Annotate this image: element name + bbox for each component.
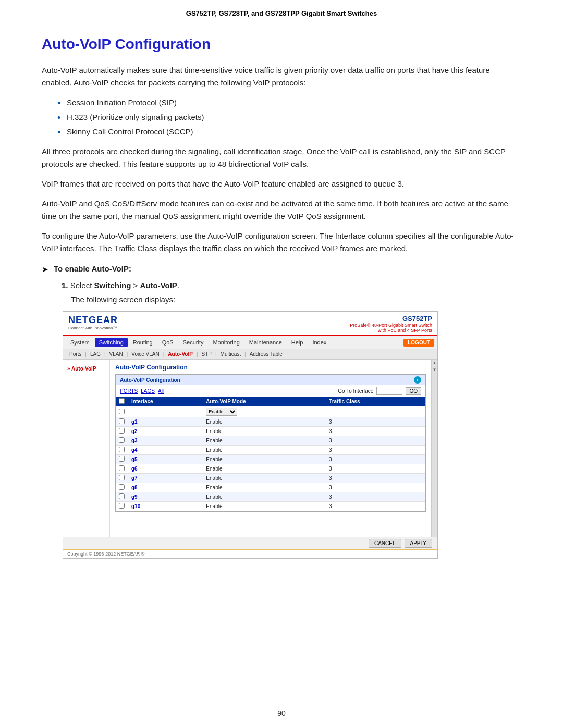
cell-interface: g6 xyxy=(128,464,203,474)
ng-product-desc-1: ProSafe® 48-Port Gigabit Smart Switch xyxy=(350,323,432,328)
cell-interface: g9 xyxy=(128,492,203,502)
table-row: g7 Enable 3 xyxy=(116,474,425,483)
paragraph-1: Auto-VoIP automatically makes sure that … xyxy=(42,64,521,89)
table-row: g2 Enable 3 xyxy=(116,427,425,436)
cell-traffic-class: 3 xyxy=(326,492,425,502)
cell-traffic-class: 3 xyxy=(326,455,425,464)
nav-monitoring[interactable]: Monitoring xyxy=(209,338,243,347)
content-area: Auto-VoIP Configuration Auto-VoIP automa… xyxy=(0,20,563,693)
row-checkbox-3[interactable] xyxy=(119,447,125,452)
cell-interface: g1 xyxy=(128,417,203,427)
logout-button[interactable]: LOGOUT xyxy=(403,339,434,347)
th-traffic-class: Traffic Class xyxy=(326,397,425,406)
paragraph-3: VoIP frames that are received on ports t… xyxy=(42,178,521,190)
ng-product-desc-2: with PoE and 4 SFP Ports xyxy=(350,328,432,333)
cell-traffic-class: 3 xyxy=(326,502,425,511)
cancel-button[interactable]: CANCEL xyxy=(369,539,401,548)
cell-traffic-class: 3 xyxy=(326,436,425,446)
logo-net: NETGEAR xyxy=(68,315,118,325)
apply-button[interactable]: APPLY xyxy=(405,539,433,548)
arrow-symbol: ➤ xyxy=(42,265,48,274)
subnav-stp[interactable]: STP xyxy=(199,350,215,358)
nav-system[interactable]: System xyxy=(66,338,94,347)
all-link[interactable]: All xyxy=(158,388,164,394)
bottom-separator xyxy=(31,704,532,704)
row-checkbox-2[interactable] xyxy=(119,437,125,443)
sidebar-auto-voip[interactable]: » Auto-VoIP xyxy=(63,364,109,374)
arrow-label: To enable Auto-VoIP: xyxy=(54,264,131,273)
nav-help[interactable]: Help xyxy=(287,338,308,347)
go-interface-label: Go To Interface xyxy=(338,388,373,394)
subnav-address-table[interactable]: Address Table xyxy=(247,350,286,358)
ports-link[interactable]: PORTS xyxy=(120,388,138,394)
step-1: 1. Select Switching > Auto-VoIP. xyxy=(62,279,521,292)
row-checkbox-1[interactable] xyxy=(119,428,125,434)
ng-config-header: Auto-VoIP Configuration i xyxy=(116,375,425,385)
table-row: g4 Enable 3 xyxy=(116,446,425,455)
table-row: g8 Enable 3 xyxy=(116,483,425,492)
row-checkbox-7[interactable] xyxy=(119,484,125,490)
nav-qos[interactable]: QoS xyxy=(158,338,178,347)
cell-interface: g8 xyxy=(128,483,203,492)
subnav-voice-vlan[interactable]: Voice VLAN xyxy=(128,350,162,358)
nav-maintenance[interactable]: Maintenance xyxy=(245,338,286,347)
cell-interface: g10 xyxy=(128,502,203,511)
cell-mode: Enable xyxy=(203,455,326,464)
cell-interface: g4 xyxy=(128,446,203,455)
row-checkbox-8[interactable] xyxy=(119,493,125,499)
step-period: . xyxy=(177,281,179,290)
bullet-item-3: Skinny Call Control Protocol (SCCP) xyxy=(57,126,521,138)
step-link1: Switching xyxy=(94,281,131,290)
step-number: 1. xyxy=(62,281,68,290)
subnav-multicast[interactable]: Multicast xyxy=(217,350,244,358)
row-checkbox-6[interactable] xyxy=(119,475,125,480)
subnav-lag[interactable]: LAG xyxy=(87,350,104,358)
cell-mode: Enable xyxy=(203,474,326,483)
cell-mode: Enable xyxy=(203,492,326,502)
row-checkbox-5[interactable] xyxy=(119,465,125,471)
header-row-checkbox[interactable] xyxy=(119,409,125,414)
go-button[interactable]: GO xyxy=(406,387,421,395)
nav-switching[interactable]: Switching xyxy=(95,338,128,347)
ng-footer: CANCEL APPLY xyxy=(63,537,437,549)
top-header: GS752TP, GS728TP, and GS728TPP Gigabit S… xyxy=(0,0,563,20)
cell-mode: Enable xyxy=(203,483,326,492)
scroll-down[interactable]: ▼ xyxy=(432,366,438,373)
cell-interface: g2 xyxy=(128,427,203,436)
ng-config-box: Auto-VoIP Configuration i PORTS LAGS All xyxy=(115,374,426,512)
subnav-auto-voip[interactable]: Auto-VoIP xyxy=(165,350,196,358)
mode-select[interactable]: EnableDisable xyxy=(206,408,237,416)
subnav-ports[interactable]: Ports xyxy=(66,350,84,358)
page-title: Auto-VoIP Configuration xyxy=(42,36,521,53)
bullet-item-2: H.323 (Prioritize only signaling packets… xyxy=(57,111,521,124)
cell-mode: Enable xyxy=(203,502,326,511)
nav-security[interactable]: Security xyxy=(179,338,208,347)
ng-ports-row: PORTS LAGS All Go To Interface GO xyxy=(116,385,425,397)
ng-nav: System Switching Routing QoS Security Mo… xyxy=(63,336,437,349)
ng-ports-links: PORTS LAGS All xyxy=(120,388,164,394)
select-all-checkbox[interactable] xyxy=(119,398,125,404)
cell-interface: g3 xyxy=(128,436,203,446)
table-row: g10 Enable 3 xyxy=(116,502,425,511)
row-checkbox-9[interactable] xyxy=(119,503,125,509)
table-row: g6 Enable 3 xyxy=(116,464,425,474)
ng-content: Auto-VoIP Configuration Auto-VoIP Config… xyxy=(110,360,431,537)
lags-link[interactable]: LAGS xyxy=(141,388,155,394)
paragraph-5: To configure the Auto-VoIP parameters, u… xyxy=(42,230,521,255)
row-checkbox-4[interactable] xyxy=(119,456,125,462)
go-interface-input[interactable] xyxy=(376,387,402,395)
ng-logo-text: NETGEAR xyxy=(68,315,118,326)
nav-index[interactable]: Index xyxy=(308,338,331,347)
ng-product-name: GS752TP xyxy=(350,315,432,323)
table-row: g9 Enable 3 xyxy=(116,492,425,502)
subnav-vlan[interactable]: VLAN xyxy=(106,350,126,358)
cell-mode: Enable xyxy=(203,464,326,474)
table-row: g3 Enable 3 xyxy=(116,436,425,446)
cell-mode: Enable xyxy=(203,417,326,427)
page-number: 90 xyxy=(0,709,563,728)
nav-routing[interactable]: Routing xyxy=(129,338,157,347)
cell-traffic-class: 3 xyxy=(326,446,425,455)
scroll-up[interactable]: ▲ xyxy=(432,360,438,366)
ng-product-info: GS752TP ProSafe® 48-Port Gigabit Smart S… xyxy=(350,315,432,333)
row-checkbox-0[interactable] xyxy=(119,418,125,424)
